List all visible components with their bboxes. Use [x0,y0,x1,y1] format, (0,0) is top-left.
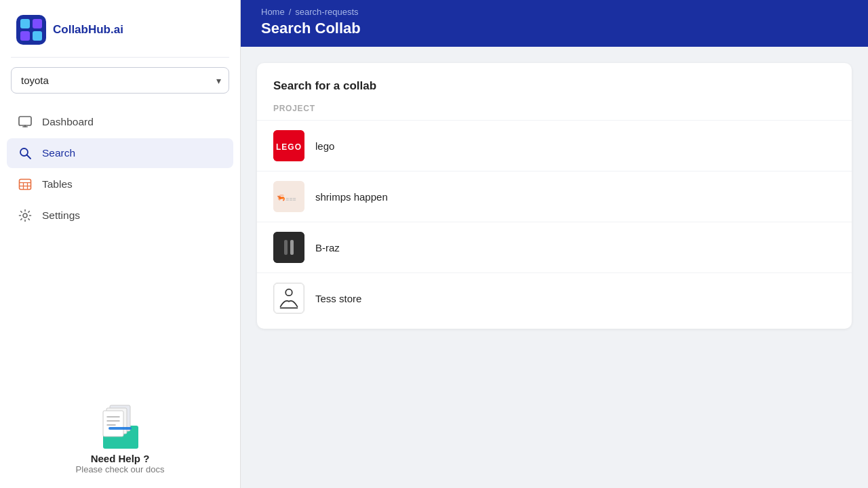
svg-rect-31 [274,283,304,313]
sidebar-item-label-tables: Tables [42,178,73,190]
svg-rect-2 [20,31,30,41]
breadcrumb: Home / search-requests [261,7,848,17]
project-name-shrimps: shrimps happen [315,191,388,203]
help-illustration [90,392,151,453]
svg-rect-9 [20,180,31,190]
sidebar-item-tables[interactable]: Tables [7,169,233,199]
help-section: Need Help ? Please check our docs [0,378,240,488]
svg-line-8 [27,155,31,159]
svg-text:≡≡≡: ≡≡≡ [285,196,296,203]
app-logo-icon [16,15,46,45]
search-card-title: Search for a collab [257,79,852,104]
svg-rect-4 [19,117,31,125]
breadcrumb-separator: / [289,7,292,17]
project-logo-shrimps: 🦐 ≡≡≡ [273,181,304,212]
project-logo-lego: LEGO [273,130,304,161]
sidebar-item-settings[interactable]: Settings [7,201,233,230]
sidebar: CollabHub.ai toyota honda ford ▾ Dashboa… [0,0,241,488]
svg-rect-30 [290,240,294,255]
sidebar-item-dashboard[interactable]: Dashboard [7,107,233,137]
app-name: CollabHub.ai [53,23,123,37]
project-logo-tess [273,283,304,314]
page-title: Search Collab [261,20,848,37]
svg-rect-0 [20,19,30,28]
project-name-lego: lego [315,140,334,152]
project-section-label: PROJECT [257,104,852,120]
help-title: Need Help ? [91,453,150,464]
sidebar-divider [11,57,229,58]
svg-rect-22 [108,427,132,430]
project-name-braz: B-raz [315,242,340,253]
svg-rect-18 [103,411,123,436]
logo-area: CollabHub.ai [0,0,240,57]
content-area: Search for a collab PROJECT LEGO lego [241,47,868,488]
nav-menu: Dashboard Search [0,107,240,230]
svg-rect-28 [273,232,304,263]
project-name-tess: Tess store [315,293,361,304]
project-item-shrimps[interactable]: 🦐 ≡≡≡ shrimps happen [257,171,852,222]
project-logo-braz [273,232,304,263]
gear-icon [18,209,33,222]
table-icon [18,178,33,191]
main-content: Home / search-requests Search Collab Sea… [241,0,868,488]
org-dropdown[interactable]: toyota honda ford [11,67,229,94]
sidebar-item-label-search: Search [42,147,75,159]
svg-text:🦐: 🦐 [277,193,285,202]
org-selector[interactable]: toyota honda ford ▾ [11,67,229,94]
help-subtitle: Please check our docs [76,464,165,474]
breadcrumb-section: search-requests [295,7,358,17]
breadcrumb-home[interactable]: Home [261,7,285,17]
project-item-braz[interactable]: B-raz [257,222,852,272]
sidebar-item-label-dashboard: Dashboard [42,116,94,128]
top-bar: Home / search-requests Search Collab [241,0,868,47]
svg-rect-3 [33,31,42,41]
project-item-tess[interactable]: Tess store [257,272,852,323]
svg-text:LEGO: LEGO [276,142,302,152]
project-item-lego[interactable]: LEGO lego [257,120,852,171]
svg-point-14 [23,214,27,218]
monitor-icon [18,115,33,129]
svg-rect-1 [33,19,42,28]
search-icon [18,146,33,160]
search-card: Search for a collab PROJECT LEGO lego [257,63,852,329]
svg-rect-29 [284,240,288,255]
sidebar-item-label-settings: Settings [42,209,80,222]
sidebar-item-search[interactable]: Search [7,138,233,168]
